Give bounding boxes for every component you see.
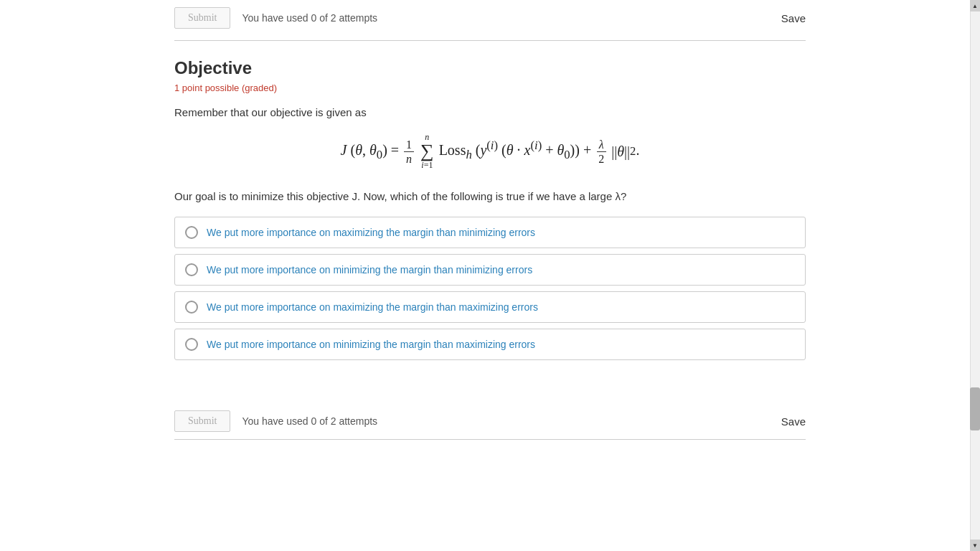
- option-2-text: We put more importance on minimizing the…: [207, 264, 532, 276]
- bottom-submit-button[interactable]: Submit: [174, 410, 230, 432]
- option-2[interactable]: We put more importance on minimizing the…: [174, 254, 806, 286]
- option-1[interactable]: We put more importance on maximizing the…: [174, 217, 806, 248]
- spacer: [174, 382, 806, 403]
- formula-display: J (θ, θ0) = 1 n n ∑ i=1 Lossh (y(i) (θ ·…: [174, 133, 806, 170]
- bottom-action-bar: Submit You have used 0 of 2 attempts Sav…: [174, 403, 806, 439]
- option-4-text: We put more importance on minimizing the…: [207, 339, 535, 350]
- option-3[interactable]: We put more importance on maximizing the…: [174, 291, 806, 323]
- question-text: Our goal is to minimize this objective J…: [174, 190, 806, 202]
- radio-1[interactable]: [185, 226, 198, 239]
- top-attempts-text: You have used 0 of 2 attempts: [242, 12, 377, 24]
- radio-3[interactable]: [185, 301, 198, 314]
- top-save-button[interactable]: Save: [781, 12, 806, 24]
- section-title: Objective: [174, 58, 806, 78]
- bottom-attempts-text: You have used 0 of 2 attempts: [242, 415, 377, 427]
- options-list: We put more importance on maximizing the…: [174, 217, 806, 360]
- scroll-up-arrow[interactable]: ▲: [970, 0, 980, 11]
- scrollbar[interactable]: ▲ ▼: [970, 0, 980, 447]
- bottom-save-button[interactable]: Save: [781, 415, 806, 428]
- top-submit-button[interactable]: Submit: [174, 7, 230, 29]
- bottom-divider: [174, 439, 806, 440]
- description-text: Remember that our objective is given as: [174, 106, 806, 118]
- top-divider: [174, 40, 806, 41]
- option-1-text: We put more importance on maximizing the…: [207, 227, 535, 238]
- radio-4[interactable]: [185, 338, 198, 351]
- points-label: 1 point possible (graded): [174, 83, 806, 93]
- scrollbar-thumb[interactable]: [970, 387, 980, 430]
- option-4[interactable]: We put more importance on minimizing the…: [174, 329, 806, 360]
- option-3-text: We put more importance on maximizing the…: [207, 301, 538, 313]
- radio-2[interactable]: [185, 263, 198, 276]
- top-action-bar: Submit You have used 0 of 2 attempts Sav…: [174, 0, 806, 36]
